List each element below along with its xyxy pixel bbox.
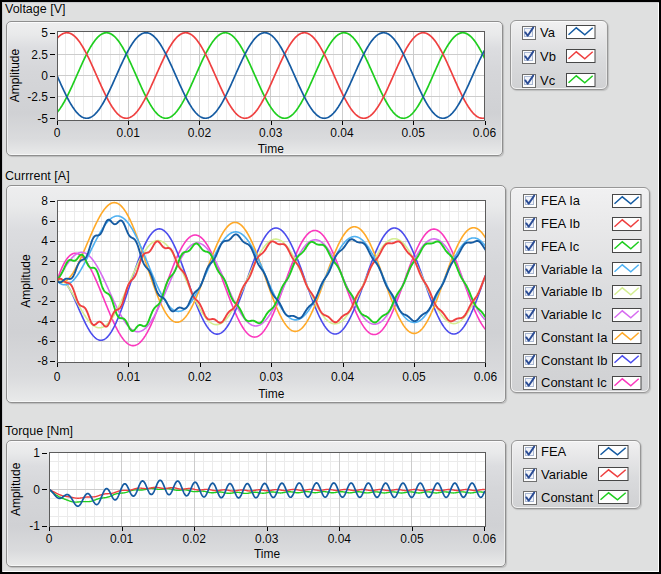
svg-text:Time: Time [258, 142, 285, 156]
svg-text:0.04: 0.04 [331, 370, 355, 384]
svg-text:-6: -6 [37, 334, 48, 348]
svg-text:2.5: 2.5 [31, 48, 48, 62]
svg-text:Amplitude: Amplitude [9, 462, 23, 516]
svg-text:0.02: 0.02 [188, 370, 212, 384]
svg-text:0.06: 0.06 [473, 126, 497, 140]
svg-text:0.04: 0.04 [328, 532, 352, 546]
svg-text:0.05: 0.05 [402, 370, 426, 384]
svg-text:0.03: 0.03 [255, 532, 279, 546]
svg-text:0.01: 0.01 [117, 126, 141, 140]
svg-text:-5: -5 [37, 112, 48, 126]
svg-text:Time: Time [254, 547, 281, 561]
svg-text:0: 0 [41, 69, 48, 83]
svg-text:0: 0 [41, 274, 48, 288]
svg-text:5: 5 [41, 26, 48, 40]
svg-text:Amplitude: Amplitude [8, 49, 22, 103]
svg-text:0: 0 [54, 370, 61, 384]
svg-text:0.03: 0.03 [259, 126, 283, 140]
svg-text:0.01: 0.01 [110, 532, 134, 546]
svg-text:0.06: 0.06 [473, 532, 497, 546]
svg-text:1: 1 [33, 446, 40, 460]
svg-text:0: 0 [54, 126, 61, 140]
svg-text:0.02: 0.02 [182, 532, 206, 546]
svg-text:Time: Time [258, 387, 285, 401]
svg-text:-1: -1 [29, 519, 40, 533]
svg-text:0: 0 [33, 483, 40, 497]
svg-text:-2.5: -2.5 [27, 90, 48, 104]
svg-text:0.05: 0.05 [400, 532, 424, 546]
svg-text:0.01: 0.01 [117, 370, 141, 384]
svg-text:0.05: 0.05 [402, 126, 426, 140]
svg-text:Amplitude: Amplitude [19, 254, 33, 308]
svg-text:0: 0 [46, 532, 53, 546]
svg-text:8: 8 [41, 194, 48, 208]
svg-text:0.03: 0.03 [260, 370, 284, 384]
svg-text:2: 2 [41, 254, 48, 268]
svg-text:-8: -8 [37, 354, 48, 368]
svg-text:6: 6 [41, 214, 48, 228]
svg-text:-2: -2 [37, 294, 48, 308]
svg-text:0.06: 0.06 [474, 370, 498, 384]
svg-text:4: 4 [41, 234, 48, 248]
svg-text:-4: -4 [37, 314, 48, 328]
svg-text:0.04: 0.04 [330, 126, 354, 140]
svg-text:0.02: 0.02 [188, 126, 212, 140]
